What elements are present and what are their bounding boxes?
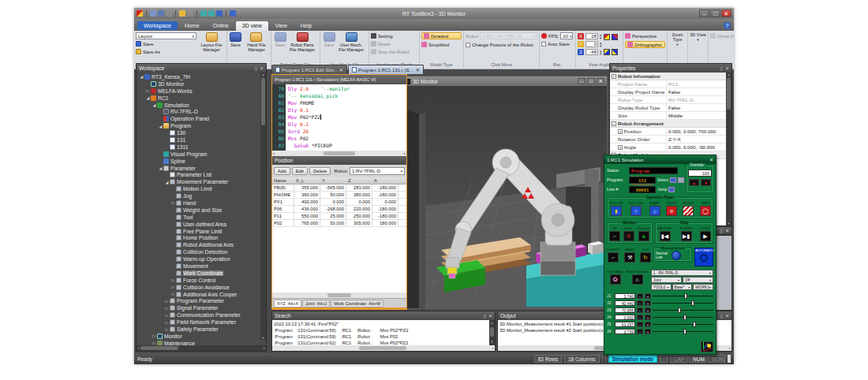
tree-item-rc1[interactable]: ◢ RC1 <box>137 95 266 102</box>
tree-item-melfa-works[interactable]: ▷ MELFA-Works <box>137 88 266 95</box>
expand-icon[interactable]: ▷ <box>164 327 170 332</box>
position-tab-joint[interactable]: Joint Alt+J <box>302 300 330 307</box>
close-icon[interactable]: ✕ <box>709 157 713 162</box>
editor-horizontal-scrollbar[interactable]: ◂▸ <box>272 151 406 156</box>
expand-icon[interactable]: ▷ <box>170 278 176 282</box>
close-icon[interactable]: ✕ <box>339 67 343 73</box>
simulator-icon[interactable] <box>208 10 215 17</box>
view-preset-button[interactable] <box>604 49 610 55</box>
position-row-p06[interactable]: P06436.000-268.000220.000-180.000 <box>272 206 406 213</box>
tree-item-safety-parameter[interactable]: ▷ Safety Parameter <box>137 326 266 333</box>
robot-parts-file-manager-button[interactable]: Robot Parts File Manager <box>289 32 316 61</box>
expand-icon[interactable]: ▷ <box>152 341 157 345</box>
property-row-angle[interactable]: + Angle 0.000, 0.000, -90.000 <box>610 143 731 151</box>
tree-item-simulation[interactable]: ◢ Simulation <box>137 102 266 109</box>
cont-button[interactable]: CONT ▶ <box>700 226 711 241</box>
collapse-icon[interactable]: ◢ <box>158 124 163 129</box>
reset-button[interactable]: RESET ∕ <box>683 201 694 216</box>
workspace-open-icon[interactable] <box>179 10 185 17</box>
menu-tab-workspace[interactable]: Workspace <box>137 21 178 30</box>
orthographic-button[interactable]: Orthographic <box>625 41 665 48</box>
tree-item-parameter[interactable]: ◢ Parameter <box>137 165 266 172</box>
home-position-button[interactable]: Home Position ⌂ <box>626 270 649 285</box>
hand-file-manager-button[interactable]: Hand File Manager <box>244 32 269 61</box>
expand-icon[interactable]: + <box>618 145 623 150</box>
tree-item-rt3-kensa-7frl[interactable]: ◢ RT3_Kensa_7frl <box>137 73 266 80</box>
expand-icon[interactable]: + <box>618 129 623 134</box>
position-tab-work-coordinate[interactable]: Work Coordinate Alt+W <box>331 300 383 307</box>
svo-off-button[interactable]: SVO OFF ○ <box>628 201 643 216</box>
tree-item-user-defined-area[interactable]: User-defined Area <box>137 221 266 228</box>
pin-icon[interactable]: ▯ <box>484 313 486 319</box>
properties-vertical-scrollbar[interactable]: ▲▼ <box>726 73 731 225</box>
jog-slider[interactable] <box>653 300 713 306</box>
work-combo[interactable]: WORK1▾ <box>693 284 713 290</box>
close-button[interactable]: ✕ <box>597 78 604 84</box>
pin-icon[interactable]: ▯ <box>720 228 723 233</box>
position-row-px1[interactable]: PX1400.0000.0000.0000.000 <box>272 199 406 206</box>
tree-item-warm-up-operation[interactable]: Warm-up Operation <box>137 255 266 263</box>
override-up-button[interactable]: ▲ <box>689 179 699 186</box>
menu-tab-3d-view[interactable]: 3D view <box>236 21 268 31</box>
position-edit-button[interactable]: Edit <box>292 167 308 175</box>
menu-tab-home[interactable]: Home <box>178 21 206 31</box>
jog-mode-combo[interactable]: Joint▾ <box>651 277 682 283</box>
svo-on-button[interactable]: SVO ON ▮ <box>609 201 623 216</box>
jog-slider[interactable] <box>653 315 713 320</box>
online-icon[interactable] <box>200 10 207 17</box>
expand-icon[interactable]: ▷ <box>164 320 170 325</box>
save-icon[interactable] <box>150 10 156 17</box>
tree-item-communication-parameter[interactable]: ▷ Communication Parameter <box>137 311 266 319</box>
layout-save-as-button[interactable]: Save As <box>136 48 196 55</box>
robot-combo[interactable]: 1 : RV-7FRL-D▾ <box>651 270 713 276</box>
tree-item-additional-axis-cooper[interactable]: ▷ Additional Axis Cooper <box>137 291 266 298</box>
position-row-phome[interactable]: PHOME360.00050.000380.000-180.000 <box>272 192 406 199</box>
close-icon[interactable]: ✕ <box>488 313 492 319</box>
position-add-button[interactable]: Add <box>274 167 290 175</box>
collapse-icon[interactable]: ◢ <box>145 95 151 100</box>
interference-reset-button[interactable]: Reset <box>371 40 417 47</box>
stop-the-robot-button[interactable]: Stop the Robot <box>371 48 417 55</box>
hand-button[interactable]: HAND ⚒ <box>624 248 635 263</box>
collapse-icon[interactable]: ◢ <box>152 102 157 107</box>
perspective-button[interactable]: Perspective <box>625 32 665 39</box>
automatic-button[interactable]: AUTOMATIC <box>694 248 713 266</box>
fps-combo[interactable]: 20▾ <box>560 32 573 39</box>
maximize-button[interactable]: □ <box>710 9 720 17</box>
tree-item-monitor[interactable]: ▷ Monitor <box>137 333 266 340</box>
tree-item-collision-detection[interactable]: Collision Detection <box>137 248 266 255</box>
expand-icon[interactable]: ▷ <box>164 299 170 304</box>
layout-file-manager-button[interactable]: Layout File Manager <box>198 32 225 61</box>
position-row-p11[interactable]: P11550.00025.000250.000-180.000 <box>272 213 406 220</box>
tree-item-force-control[interactable]: ▷ Force Control <box>137 277 266 284</box>
position-row-pb-8[interactable]: PB(8)355.000-565.000283.000-180.000 <box>272 184 406 192</box>
document-tab-program-1-rc1-edit-slot[interactable]: Program 1:RC1 Edit Slot... ✕ <box>271 65 347 74</box>
3d-scene[interactable] <box>402 86 607 308</box>
property-row-position[interactable]: + Position 0.000, 0.000, 700.000 <box>610 128 731 136</box>
minimize-button[interactable]: – <box>578 78 586 84</box>
jog-plus-button[interactable]: + <box>645 329 651 335</box>
program-list-icon[interactable] <box>678 177 684 183</box>
tree-item-free-plane-limit[interactable]: Free Plane Limit <box>137 228 266 235</box>
collapse-icon[interactable]: ◢ <box>139 74 144 79</box>
collapse-icon[interactable]: ◢ <box>164 180 170 184</box>
expand-icon[interactable]: ▷ <box>152 333 157 338</box>
user-mech-file-manager-button[interactable]: User Mech. File Manager <box>338 32 365 61</box>
close-icon[interactable]: ✕ <box>725 228 729 233</box>
view-angle-x-input[interactable]: 28 <box>586 33 598 39</box>
expand-icon[interactable]: ▷ <box>145 88 151 93</box>
tree-item-131[interactable]: 131 <box>137 136 266 143</box>
onoff-combo[interactable]: Off▾ <box>683 277 713 283</box>
d-exec-button[interactable]: D-EXEC ⌐ <box>607 248 620 263</box>
property-row-robot-type[interactable]: Robot Type RV-7FRL-D <box>610 96 731 104</box>
view-angle-y-input[interactable]: 0 <box>586 41 598 47</box>
tree-horizontal-scrollbar[interactable]: ◂▸ <box>137 345 266 351</box>
base-combo[interactable]: Base*▾ <box>672 284 693 290</box>
jog-slider[interactable] <box>653 329 713 334</box>
save-all-icon[interactable] <box>158 10 164 17</box>
jog-minus-button[interactable]: − <box>637 300 643 307</box>
undo-icon[interactable] <box>166 10 172 17</box>
code-editor[interactable]: 79808182838485868788899091929394 Dly 2.0… <box>272 84 406 151</box>
collapse-icon[interactable]: ◢ <box>158 166 163 170</box>
coordinate-axes-button[interactable] <box>701 341 713 352</box>
